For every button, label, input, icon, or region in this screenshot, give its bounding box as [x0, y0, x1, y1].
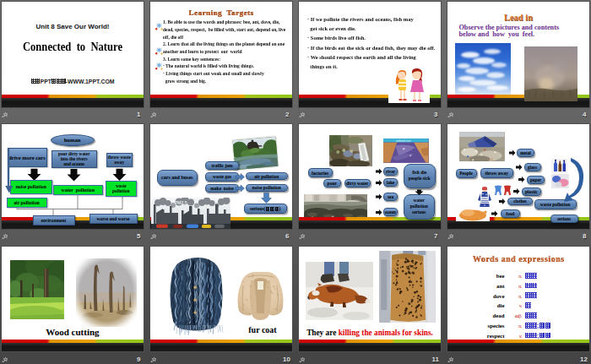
- svg-text:PM2.5: PM2.5: [175, 199, 187, 204]
